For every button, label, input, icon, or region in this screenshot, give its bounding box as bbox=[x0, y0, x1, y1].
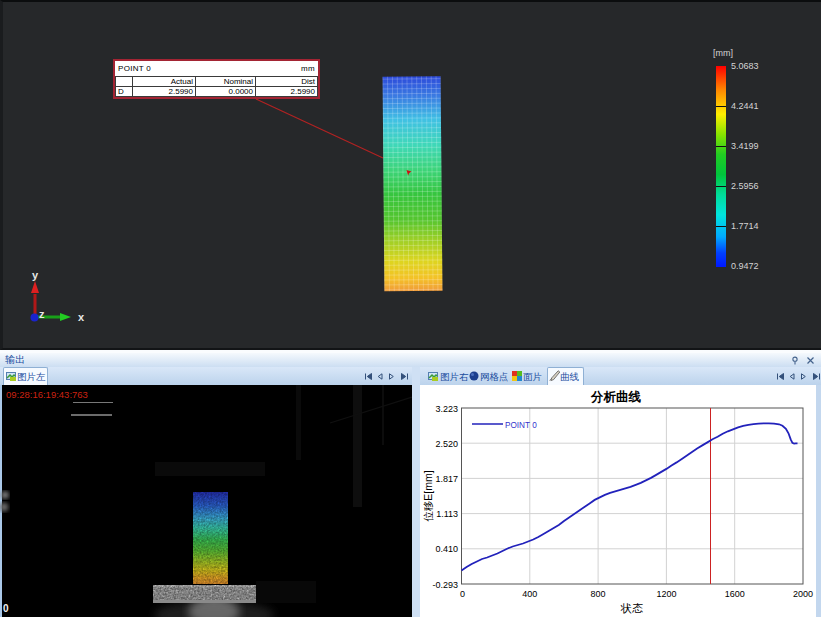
svg-text:2000: 2000 bbox=[793, 589, 813, 599]
svg-text:400: 400 bbox=[522, 589, 537, 599]
svg-text:0.410: 0.410 bbox=[435, 544, 458, 554]
svg-text:1200: 1200 bbox=[656, 589, 676, 599]
svg-text:800: 800 bbox=[591, 589, 606, 599]
svg-text:1.817: 1.817 bbox=[435, 474, 458, 484]
svg-text:位移E[mm]: 位移E[mm] bbox=[422, 470, 434, 521]
svg-text:3.223: 3.223 bbox=[435, 404, 458, 414]
svg-text:1.113: 1.113 bbox=[436, 509, 458, 519]
svg-text:2.520: 2.520 bbox=[435, 439, 458, 449]
svg-text:09:28:16:19:43:763: 09:28:16:19:43:763 bbox=[6, 389, 88, 400]
svg-text:x: x bbox=[78, 311, 85, 323]
svg-text:-0.293: -0.293 bbox=[432, 580, 458, 590]
svg-text:0: 0 bbox=[460, 589, 465, 599]
svg-text:POINT 0: POINT 0 bbox=[505, 421, 537, 430]
svg-text:状态: 状态 bbox=[620, 602, 643, 614]
svg-text:y: y bbox=[32, 269, 39, 281]
svg-text:分析曲线: 分析曲线 bbox=[590, 390, 642, 404]
svg-text:0: 0 bbox=[3, 603, 9, 614]
svg-text:1600: 1600 bbox=[725, 589, 745, 599]
svg-text:z: z bbox=[39, 308, 45, 320]
